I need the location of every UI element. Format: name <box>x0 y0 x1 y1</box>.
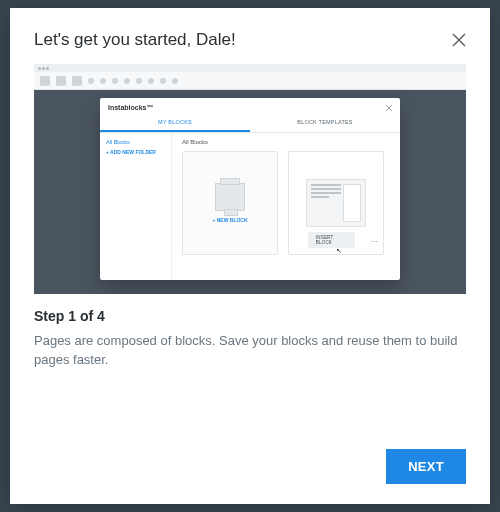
instablocks-header: Instablocks™ <box>100 98 400 114</box>
instablocks-body: All Blocks + ADD NEW FOLDER All Blocks +… <box>100 133 400 280</box>
step-description: Pages are composed of blocks. Save your … <box>34 332 466 370</box>
main-all-blocks-label: All Blocks <box>182 139 390 145</box>
modal-footer: NEXT <box>34 449 466 484</box>
instablocks-sidebar: All Blocks + ADD NEW FOLDER <box>100 133 172 280</box>
mini-page-preview <box>306 179 366 227</box>
onboarding-modal: Let's get you started, Dale! Instablocks… <box>10 8 490 504</box>
instablocks-main: All Blocks + NEW BLOCK <box>172 133 400 280</box>
new-block-label: + NEW BLOCK <box>212 217 247 223</box>
instablocks-title: Instablocks™ <box>108 104 154 111</box>
close-icon[interactable] <box>452 33 466 47</box>
new-block-card: + NEW BLOCK <box>182 151 278 255</box>
instablocks-close-icon <box>386 105 392 111</box>
next-button[interactable]: NEXT <box>386 449 466 484</box>
block-cards: + NEW BLOCK INSERT BLOCK ↖ ⋯ <box>182 151 390 274</box>
instablocks-tabs: MY BLOCKS BLOCK TEMPLATES <box>100 114 400 133</box>
editor-topbar <box>34 64 466 72</box>
modal-header: Let's get you started, Dale! <box>34 30 466 50</box>
sidebar-all-blocks: All Blocks <box>106 139 165 145</box>
editor-toolbar <box>34 72 466 90</box>
instablocks-panel: Instablocks™ MY BLOCKS BLOCK TEMPLATES A… <box>100 98 400 280</box>
block-shape-icon <box>215 183 245 211</box>
insert-block-button: INSERT BLOCK <box>308 232 355 248</box>
tab-block-templates: BLOCK TEMPLATES <box>250 114 400 132</box>
sidebar-add-folder: + ADD NEW FOLDER <box>106 149 165 155</box>
modal-title: Let's get you started, Dale! <box>34 30 236 50</box>
cursor-icon: ↖ <box>336 247 342 255</box>
more-dots-icon: ⋯ <box>371 238 379 246</box>
tab-my-blocks: MY BLOCKS <box>100 114 250 132</box>
step-label: Step 1 of 4 <box>34 308 466 324</box>
block-preview-card: INSERT BLOCK ↖ ⋯ <box>288 151 384 255</box>
illustration-screenshot: Instablocks™ MY BLOCKS BLOCK TEMPLATES A… <box>34 64 466 294</box>
